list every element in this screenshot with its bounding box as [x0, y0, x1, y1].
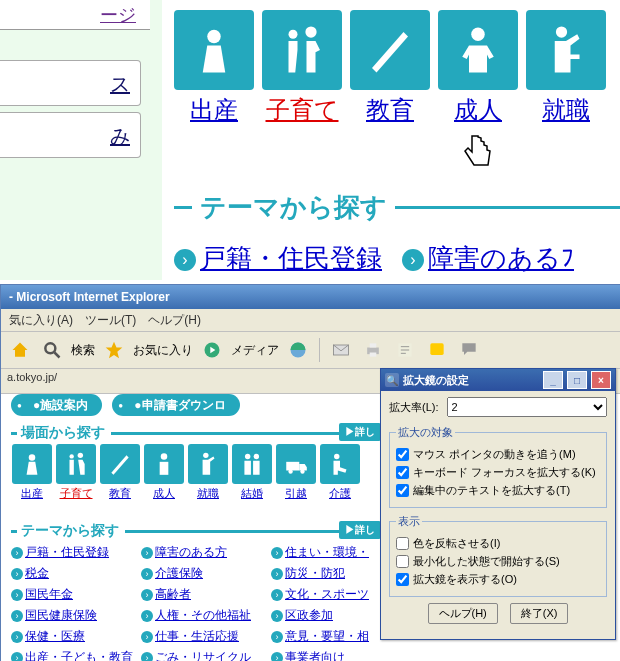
media-icon[interactable]: [199, 337, 225, 363]
svg-rect-10: [370, 343, 377, 347]
more-button-2[interactable]: ▶詳し: [339, 521, 381, 539]
zoom-nav-fragment[interactable]: ージ: [0, 0, 150, 30]
zoom-box1-text[interactable]: ス: [110, 71, 130, 98]
theme-link[interactable]: 介護保険: [155, 566, 203, 580]
minimize-button[interactable]: _: [543, 371, 563, 389]
fieldset-display: 表示 色を反転させる(I) 最小化した状態で開始する(S) 拡大鏡を表示する(O…: [389, 514, 607, 597]
discuss-icon[interactable]: [456, 337, 482, 363]
zoom-link-koseki[interactable]: 戸籍・住民登録: [200, 243, 382, 273]
svg-rect-21: [286, 462, 299, 471]
theme-link[interactable]: 国民健康保険: [25, 608, 97, 622]
pill-facilities[interactable]: ● 施設案内: [11, 394, 102, 416]
theme-link[interactable]: 防災・防犯: [285, 566, 345, 580]
chk-show-magnifier[interactable]: [396, 573, 409, 586]
theme-link[interactable]: 戸籍・住民登録: [25, 545, 109, 559]
search-icon[interactable]: [39, 337, 65, 363]
tile-adult[interactable]: [438, 10, 518, 90]
tile-education[interactable]: [350, 10, 430, 90]
theme-link[interactable]: 事業者向け: [285, 650, 345, 661]
pill-forms[interactable]: ● 申請書ダウンロ: [112, 394, 239, 416]
mini-tile-moving[interactable]: [276, 444, 316, 484]
theme-link[interactable]: ごみ・リサイクル: [155, 650, 251, 661]
tile-birth[interactable]: [174, 10, 254, 90]
arrow-icon: ›: [402, 249, 424, 271]
mail-icon[interactable]: [328, 337, 354, 363]
svg-rect-11: [370, 353, 377, 357]
theme-link[interactable]: 税金: [25, 566, 49, 580]
mini-label-employment[interactable]: 就職: [197, 487, 219, 499]
tile-birth-label[interactable]: 出産: [190, 96, 238, 123]
more-button-1[interactable]: ▶詳し: [339, 423, 381, 441]
theme-link[interactable]: 仕事・生活応援: [155, 629, 239, 643]
zoom-box2-text[interactable]: み: [110, 123, 130, 150]
zoom-level-select[interactable]: 2: [447, 397, 608, 417]
exit-button[interactable]: 終了(X): [510, 603, 569, 624]
toolbar-search-label[interactable]: 検索: [71, 342, 95, 359]
zoom-link-disability[interactable]: 障害のあるﾌ: [428, 243, 574, 273]
maximize-button[interactable]: □: [567, 371, 587, 389]
theme-link[interactable]: 意見・要望・相: [285, 629, 369, 643]
svg-point-24: [334, 454, 339, 459]
mini-tile-education[interactable]: [100, 444, 140, 484]
edit-icon[interactable]: [392, 337, 418, 363]
mini-label-childcare[interactable]: 子育て: [60, 487, 93, 499]
theme-link[interactable]: 文化・スポーツ: [285, 587, 369, 601]
help-button[interactable]: ヘルプ(H): [428, 603, 498, 624]
close-button[interactable]: ×: [591, 371, 611, 389]
magnifier-settings-dialog[interactable]: 🔍 拡大鏡の設定 _ □ × 拡大率(L): 2 拡大の対象 マウス ポインタの…: [380, 368, 616, 640]
messenger-icon[interactable]: [424, 337, 450, 363]
mini-tile-adult[interactable]: [144, 444, 184, 484]
favorites-star-icon[interactable]: [101, 337, 127, 363]
theme-link[interactable]: 保健・医療: [25, 629, 85, 643]
tile-childcare[interactable]: [262, 10, 342, 90]
menu-help[interactable]: ヘルプ(H): [148, 312, 201, 329]
mini-tile-childcare[interactable]: [56, 444, 96, 484]
tile-childcare-label[interactable]: 子育て: [266, 96, 339, 123]
chk-start-minimized[interactable]: [396, 555, 409, 568]
ie-toolbar: 検索 お気に入り メディア: [1, 332, 620, 369]
toolbar-favorites-label[interactable]: お気に入り: [133, 342, 193, 359]
ie-menubar[interactable]: 気に入り(A) ツール(T) ヘルプ(H): [1, 309, 620, 332]
theme-link[interactable]: 出産・子ども・教育: [25, 650, 133, 661]
mini-label-birth[interactable]: 出産: [21, 487, 43, 499]
menu-favorites[interactable]: 気に入り(A): [9, 312, 73, 329]
mini-label-marriage[interactable]: 結婚: [241, 487, 263, 499]
chk-follow-keyboard[interactable]: [396, 466, 409, 479]
mini-label-education[interactable]: 教育: [109, 487, 131, 499]
hand-cursor-icon: [462, 134, 496, 172]
section-by-scene: 場面から探す▶詳し: [11, 424, 381, 442]
home-icon[interactable]: [7, 337, 33, 363]
print-icon[interactable]: [360, 337, 386, 363]
tile-adult-label[interactable]: 成人: [454, 96, 502, 123]
mini-tile-birth[interactable]: [12, 444, 52, 484]
svg-point-5: [45, 343, 55, 353]
mini-label-care[interactable]: 介護: [329, 487, 351, 499]
theme-link[interactable]: 高齢者: [155, 587, 191, 601]
svg-point-23: [300, 469, 304, 473]
mini-tile-marriage[interactable]: [232, 444, 272, 484]
menu-tools[interactable]: ツール(T): [85, 312, 136, 329]
svg-point-16: [78, 453, 83, 458]
theme-link[interactable]: 住まい・環境・: [285, 545, 369, 559]
zoom-tile-row: 出産 子育て 教育 成人 就職: [174, 10, 606, 126]
mini-tile-care[interactable]: [320, 444, 360, 484]
mini-label-adult[interactable]: 成人: [153, 487, 175, 499]
chk-follow-text[interactable]: [396, 484, 409, 497]
theme-link[interactable]: 国民年金: [25, 587, 73, 601]
mini-label-moving[interactable]: 引越: [285, 487, 307, 499]
theme-link[interactable]: 区政参加: [285, 608, 333, 622]
chk-follow-mouse[interactable]: [396, 448, 409, 461]
svg-point-18: [203, 453, 208, 458]
mini-tile-employment[interactable]: [188, 444, 228, 484]
tile-employment-label[interactable]: 就職: [542, 96, 590, 123]
ie-titlebar[interactable]: - Microsoft Internet Explorer: [1, 285, 620, 309]
tile-employment[interactable]: [526, 10, 606, 90]
theme-link[interactable]: 人権・その他福祉: [155, 608, 251, 622]
tile-education-label[interactable]: 教育: [366, 96, 414, 123]
section-by-theme: テーマから探す▶詳し: [11, 522, 381, 540]
dialog-titlebar[interactable]: 🔍 拡大鏡の設定 _ □ ×: [381, 369, 615, 391]
chk-invert[interactable]: [396, 537, 409, 550]
history-icon[interactable]: [285, 337, 311, 363]
toolbar-media-label[interactable]: メディア: [231, 342, 279, 359]
theme-link[interactable]: 障害のある方: [155, 545, 227, 559]
